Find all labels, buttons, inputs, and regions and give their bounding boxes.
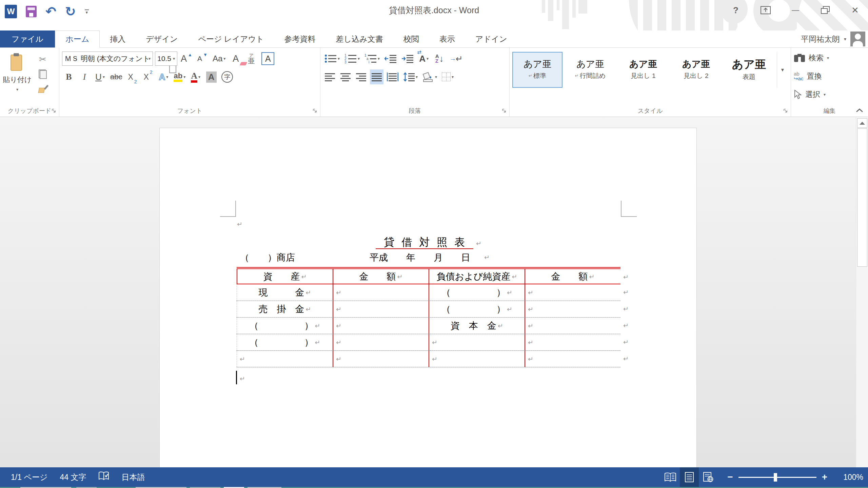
multilevel-list-button[interactable]: 1ai ▾ (363, 51, 381, 66)
select-button[interactable]: 選択▾ (794, 86, 865, 103)
clipboard-small-buttons: ✂ (34, 52, 52, 106)
decrease-indent-button[interactable] (383, 51, 398, 66)
change-case-button[interactable]: Aa▾ (211, 51, 227, 66)
print-layout-button[interactable] (680, 467, 699, 487)
vertical-scrollbar[interactable] (856, 117, 868, 467)
account-area[interactable]: 平岡祐太朗 ▾ (801, 30, 868, 47)
help-button[interactable]: ? (729, 3, 743, 17)
tab-mailings[interactable]: 差し込み文書 (326, 30, 393, 47)
zoom-in-button[interactable]: + (822, 472, 827, 483)
balance-sheet-table[interactable]: 資 産↵ 金 額↵ 負債および純資産↵ 金 額↵ ↵ 現 金↵ ↵ （ ）↵ ↵… (237, 267, 620, 367)
align-left-button[interactable] (323, 69, 337, 84)
ribbon-display-options-button[interactable] (759, 3, 772, 17)
italic-button[interactable]: I (78, 69, 91, 84)
linked-style-mark: ↵ (575, 73, 579, 78)
tab-design[interactable]: デザイン (136, 30, 188, 47)
customize-qat-button[interactable]: ▾ (85, 9, 89, 14)
undo-button[interactable]: ↶ (45, 6, 56, 17)
font-name-combo[interactable]: ＭＳ 明朝 (本文のフォント ▾ (62, 52, 153, 66)
styles-dialog-launcher[interactable] (784, 108, 788, 115)
tab-home[interactable]: ホーム (55, 30, 100, 48)
tab-review[interactable]: 校閲 (393, 30, 429, 47)
show-editing-marks-button[interactable]: →↵ (448, 51, 464, 66)
highlight-color-button[interactable]: ab▾ (172, 69, 187, 84)
chevron-down-icon: ▾ (173, 56, 175, 61)
format-painter-button[interactable] (34, 82, 52, 96)
zoom-out-button[interactable]: − (727, 472, 733, 483)
superscript-button[interactable]: X2 (141, 69, 155, 84)
tab-addins[interactable]: アドイン (465, 30, 517, 47)
clear-formatting-button[interactable]: A (229, 51, 242, 66)
restore-button[interactable] (818, 3, 832, 17)
scroll-up-button[interactable] (857, 118, 867, 128)
paste-button[interactable]: 貼り付け ▾ (3, 52, 32, 106)
style-normal[interactable]: あア亜 ↵標準 (512, 52, 563, 88)
style-heading2[interactable]: あア亜 見出し 2 (671, 52, 721, 88)
paragraph-dialog-launcher[interactable] (502, 108, 507, 115)
zoom-level[interactable]: 100% (834, 473, 863, 482)
line-spacing-button[interactable]: ▾ (402, 69, 419, 84)
row-end-mark: ↵ (623, 305, 629, 312)
align-right-button[interactable] (354, 69, 368, 84)
document-page[interactable]: ↵ 貸借対照表 ↵ （ ）商店 平成 年 月 日 ↵ 資 産↵ 金 額↵ 負債お… (159, 128, 697, 467)
web-layout-button[interactable] (699, 467, 718, 487)
redo-button[interactable]: ↻ (65, 6, 76, 17)
distribute-button[interactable] (386, 69, 400, 84)
minimize-button[interactable]: — (789, 3, 802, 17)
save-button[interactable] (26, 6, 37, 17)
page-indicator[interactable]: 1/1 ページ (11, 472, 47, 483)
document-title: 貸借対照表 (376, 236, 473, 249)
asian-layout-button[interactable]: ⇄A ▾ (417, 51, 431, 66)
strikethrough-button[interactable]: abc (109, 69, 123, 84)
dialog-launcher-icon (502, 109, 507, 113)
character-border-button[interactable]: A (260, 51, 276, 66)
numbering-button[interactable]: 123 ▾ (343, 51, 361, 66)
underline-button[interactable]: U▾ (93, 69, 107, 84)
row-end-mark: ↵ (623, 322, 629, 329)
tab-references[interactable]: 参考資料 (274, 30, 326, 47)
clipboard-dialog-launcher[interactable] (52, 108, 56, 115)
shrink-font-button[interactable]: A▼ (196, 51, 209, 66)
tab-file[interactable]: ファイル (0, 30, 55, 47)
shading-button[interactable]: ▾ (421, 69, 438, 84)
increase-indent-button[interactable] (400, 51, 415, 66)
font-color-button[interactable]: A▾ (189, 69, 202, 84)
language-indicator[interactable]: 日本語 (121, 472, 145, 483)
character-shading-button[interactable]: A (204, 69, 218, 84)
style-no-spacing[interactable]: あア亜 ↵行間詰め (565, 52, 615, 88)
styles-gallery-more-button[interactable]: ▼ (777, 52, 788, 88)
subscript-button[interactable]: X2 (125, 69, 139, 84)
borders-button[interactable]: ▾ (440, 69, 455, 84)
justify-button[interactable] (370, 69, 383, 84)
text-effects-button[interactable]: A▾ (157, 69, 170, 84)
tab-page-layout[interactable]: ページ レイアウト (188, 30, 274, 47)
align-center-button[interactable] (339, 69, 352, 84)
avatar[interactable] (850, 32, 865, 46)
tab-insert[interactable]: 挿入 (100, 30, 136, 47)
close-button[interactable]: ✕ (848, 3, 862, 17)
style-heading1[interactable]: あア亜 見出し 1 (618, 52, 668, 88)
style-title[interactable]: あア亜 表題 (724, 52, 774, 88)
read-mode-button[interactable] (661, 467, 680, 487)
copy-button[interactable] (34, 67, 52, 81)
zoom-slider[interactable] (738, 477, 816, 478)
tab-view[interactable]: 表示 (429, 30, 465, 47)
zoom-slider-thumb[interactable] (774, 473, 777, 482)
scrollbar-thumb[interactable] (857, 128, 867, 267)
cut-button[interactable]: ✂ (34, 53, 52, 66)
find-button[interactable]: 検索▾ (794, 50, 865, 66)
bold-button[interactable]: B (62, 69, 76, 84)
phonetic-guide-button[interactable]: ア亜 (244, 51, 258, 66)
enclose-characters-button[interactable]: 字 (220, 69, 234, 84)
font-size-combo[interactable]: 10.5 ▾ (155, 52, 177, 66)
table-row: （ ）↵ ↵ ↵ ↵ ↵ (237, 334, 620, 351)
sort-button[interactable]: AZ ↓ (433, 51, 446, 66)
replace-button[interactable]: ab ↪ac 置換 (794, 68, 865, 84)
grow-font-button[interactable]: A▲ (179, 51, 194, 66)
row-end-mark: ↵ (623, 338, 629, 346)
font-dialog-launcher[interactable] (313, 108, 317, 115)
word-count[interactable]: 44 文字 (60, 472, 86, 483)
collapse-ribbon-button[interactable] (856, 108, 863, 114)
proofing-status-button[interactable] (98, 471, 109, 483)
bullets-button[interactable]: ▾ (323, 51, 341, 66)
